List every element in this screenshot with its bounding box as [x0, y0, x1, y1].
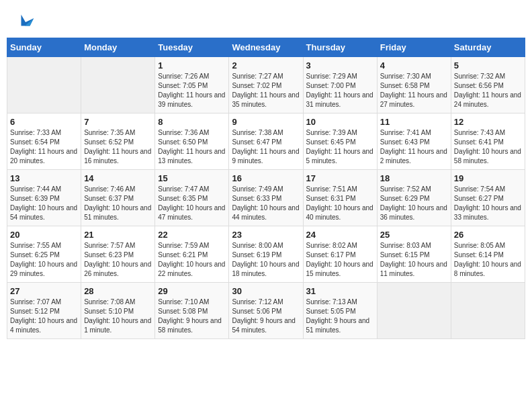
day-number: 2: [232, 60, 300, 71]
calendar-cell: 26Sunrise: 8:05 AMSunset: 6:14 PMDayligh…: [451, 226, 525, 283]
calendar-cell: 23Sunrise: 8:00 AMSunset: 6:19 PMDayligh…: [229, 226, 303, 283]
calendar-cell: 19Sunrise: 7:54 AMSunset: 6:27 PMDayligh…: [451, 170, 525, 226]
day-info: Sunrise: 7:07 AMSunset: 5:12 PMDaylight:…: [10, 298, 78, 335]
day-number: 17: [306, 173, 374, 183]
calendar-cell: 3Sunrise: 7:29 AMSunset: 7:00 PMDaylight…: [303, 57, 377, 113]
day-info: Sunrise: 7:32 AMSunset: 6:56 PMDaylight:…: [454, 72, 522, 109]
calendar-cell: 8Sunrise: 7:36 AMSunset: 6:50 PMDaylight…: [155, 113, 229, 170]
day-number: 25: [380, 230, 448, 240]
weekday-header: Monday: [81, 38, 155, 57]
calendar-week-row: 1Sunrise: 7:26 AMSunset: 7:05 PMDaylight…: [7, 57, 525, 113]
day-number: 24: [306, 230, 374, 240]
day-info: Sunrise: 7:54 AMSunset: 6:27 PMDaylight:…: [454, 185, 522, 222]
calendar-cell: 17Sunrise: 7:51 AMSunset: 6:31 PMDayligh…: [303, 170, 377, 226]
day-info: Sunrise: 7:46 AMSunset: 6:37 PMDaylight:…: [84, 185, 152, 222]
day-number: 7: [84, 117, 152, 127]
logo: [13, 12, 35, 31]
calendar-cell: 20Sunrise: 7:55 AMSunset: 6:25 PMDayligh…: [7, 226, 81, 283]
day-info: Sunrise: 7:27 AMSunset: 7:02 PMDaylight:…: [232, 72, 300, 109]
day-number: 31: [306, 286, 374, 296]
calendar-week-row: 27Sunrise: 7:07 AMSunset: 5:12 PMDayligh…: [7, 283, 525, 339]
day-number: 28: [84, 286, 152, 296]
day-info: Sunrise: 8:05 AMSunset: 6:14 PMDaylight:…: [454, 241, 522, 279]
day-number: 6: [10, 117, 78, 127]
calendar-cell: 14Sunrise: 7:46 AMSunset: 6:37 PMDayligh…: [81, 170, 155, 226]
day-number: 4: [380, 60, 448, 71]
calendar-cell: 11Sunrise: 7:41 AMSunset: 6:43 PMDayligh…: [377, 113, 451, 170]
page-header: [7, 7, 525, 35]
calendar-cell: 24Sunrise: 8:02 AMSunset: 6:17 PMDayligh…: [303, 226, 377, 283]
day-number: 20: [10, 230, 78, 240]
day-info: Sunrise: 7:51 AMSunset: 6:31 PMDaylight:…: [306, 185, 374, 222]
calendar-week-row: 20Sunrise: 7:55 AMSunset: 6:25 PMDayligh…: [7, 226, 525, 283]
calendar-cell: 18Sunrise: 7:52 AMSunset: 6:29 PMDayligh…: [377, 170, 451, 226]
calendar-cell: 1Sunrise: 7:26 AMSunset: 7:05 PMDaylight…: [155, 57, 229, 113]
day-number: 12: [454, 117, 522, 127]
day-number: 27: [10, 286, 78, 296]
day-info: Sunrise: 7:47 AMSunset: 6:35 PMDaylight:…: [158, 185, 226, 222]
day-info: Sunrise: 7:36 AMSunset: 6:50 PMDaylight:…: [158, 128, 226, 166]
day-number: 11: [380, 117, 448, 127]
weekday-header: Saturday: [451, 38, 525, 57]
calendar-cell: 28Sunrise: 7:08 AMSunset: 5:10 PMDayligh…: [81, 283, 155, 339]
calendar-table: SundayMondayTuesdayWednesdayThursdayFrid…: [7, 38, 525, 339]
day-number: 29: [158, 286, 226, 296]
day-number: 22: [158, 230, 226, 240]
day-info: Sunrise: 7:41 AMSunset: 6:43 PMDaylight:…: [380, 128, 448, 166]
day-info: Sunrise: 7:57 AMSunset: 6:23 PMDaylight:…: [84, 241, 152, 279]
day-info: Sunrise: 8:03 AMSunset: 6:15 PMDaylight:…: [380, 241, 448, 279]
day-info: Sunrise: 7:29 AMSunset: 7:00 PMDaylight:…: [306, 72, 374, 109]
day-number: 19: [454, 173, 522, 183]
day-number: 1: [158, 60, 226, 71]
weekday-header-row: SundayMondayTuesdayWednesdayThursdayFrid…: [7, 38, 525, 57]
day-info: Sunrise: 7:12 AMSunset: 5:06 PMDaylight:…: [232, 298, 300, 335]
day-info: Sunrise: 7:26 AMSunset: 7:05 PMDaylight:…: [158, 72, 226, 109]
calendar-cell: 15Sunrise: 7:47 AMSunset: 6:35 PMDayligh…: [155, 170, 229, 226]
weekday-header: Wednesday: [229, 38, 303, 57]
calendar-cell: 22Sunrise: 7:59 AMSunset: 6:21 PMDayligh…: [155, 226, 229, 283]
day-number: 21: [84, 230, 152, 240]
day-number: 5: [454, 60, 522, 71]
day-info: Sunrise: 7:49 AMSunset: 6:33 PMDaylight:…: [232, 185, 300, 222]
day-info: Sunrise: 7:33 AMSunset: 6:54 PMDaylight:…: [10, 128, 78, 166]
weekday-header: Friday: [377, 38, 451, 57]
calendar-cell: 21Sunrise: 7:57 AMSunset: 6:23 PMDayligh…: [81, 226, 155, 283]
day-info: Sunrise: 7:08 AMSunset: 5:10 PMDaylight:…: [84, 298, 152, 335]
day-info: Sunrise: 7:52 AMSunset: 6:29 PMDaylight:…: [380, 185, 448, 222]
calendar-cell: 4Sunrise: 7:30 AMSunset: 6:58 PMDaylight…: [377, 57, 451, 113]
calendar-cell: [81, 57, 155, 113]
calendar-cell: 6Sunrise: 7:33 AMSunset: 6:54 PMDaylight…: [7, 113, 81, 170]
day-info: Sunrise: 7:38 AMSunset: 6:47 PMDaylight:…: [232, 128, 300, 166]
calendar-cell: 13Sunrise: 7:44 AMSunset: 6:39 PMDayligh…: [7, 170, 81, 226]
calendar-cell: 5Sunrise: 7:32 AMSunset: 6:56 PMDaylight…: [451, 57, 525, 113]
day-number: 23: [232, 230, 300, 240]
weekday-header: Tuesday: [155, 38, 229, 57]
day-number: 30: [232, 286, 300, 296]
calendar-cell: [377, 283, 451, 339]
day-number: 15: [158, 173, 226, 183]
calendar-week-row: 13Sunrise: 7:44 AMSunset: 6:39 PMDayligh…: [7, 170, 525, 226]
day-info: Sunrise: 7:30 AMSunset: 6:58 PMDaylight:…: [380, 72, 448, 109]
calendar-cell: 9Sunrise: 7:38 AMSunset: 6:47 PMDaylight…: [229, 113, 303, 170]
day-number: 3: [306, 60, 374, 71]
day-info: Sunrise: 7:55 AMSunset: 6:25 PMDaylight:…: [10, 241, 78, 279]
day-number: 13: [10, 173, 78, 183]
day-info: Sunrise: 7:43 AMSunset: 6:41 PMDaylight:…: [454, 128, 522, 166]
day-info: Sunrise: 7:13 AMSunset: 5:05 PMDaylight:…: [306, 298, 374, 335]
calendar-cell: 2Sunrise: 7:27 AMSunset: 7:02 PMDaylight…: [229, 57, 303, 113]
calendar-cell: [7, 57, 81, 113]
day-info: Sunrise: 7:35 AMSunset: 6:52 PMDaylight:…: [84, 128, 152, 166]
day-info: Sunrise: 7:59 AMSunset: 6:21 PMDaylight:…: [158, 241, 226, 279]
calendar-cell: 16Sunrise: 7:49 AMSunset: 6:33 PMDayligh…: [229, 170, 303, 226]
calendar-cell: 27Sunrise: 7:07 AMSunset: 5:12 PMDayligh…: [7, 283, 81, 339]
day-info: Sunrise: 8:00 AMSunset: 6:19 PMDaylight:…: [232, 241, 300, 279]
calendar-cell: 7Sunrise: 7:35 AMSunset: 6:52 PMDaylight…: [81, 113, 155, 170]
logo-icon: [16, 12, 35, 31]
day-info: Sunrise: 8:02 AMSunset: 6:17 PMDaylight:…: [306, 241, 374, 279]
day-number: 18: [380, 173, 448, 183]
calendar-cell: 31Sunrise: 7:13 AMSunset: 5:05 PMDayligh…: [303, 283, 377, 339]
calendar-cell: 10Sunrise: 7:39 AMSunset: 6:45 PMDayligh…: [303, 113, 377, 170]
day-number: 16: [232, 173, 300, 183]
day-number: 14: [84, 173, 152, 183]
day-info: Sunrise: 7:10 AMSunset: 5:08 PMDaylight:…: [158, 298, 226, 335]
